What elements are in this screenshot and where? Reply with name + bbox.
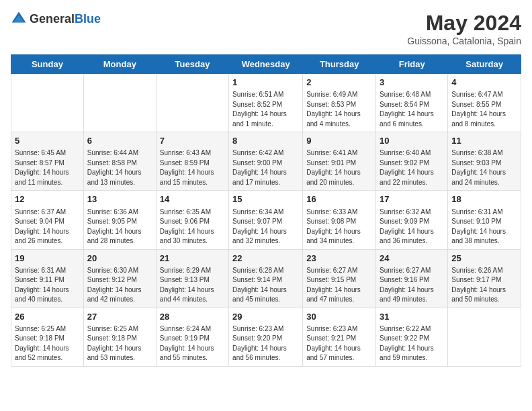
day-number: 5	[15, 135, 80, 147]
calendar-cell: 29Sunrise: 6:23 AM Sunset: 9:20 PM Dayli…	[229, 308, 303, 366]
day-number: 31	[380, 311, 444, 323]
day-number: 23	[306, 253, 372, 265]
day-number: 10	[380, 135, 444, 147]
day-number: 8	[232, 135, 299, 147]
day-info: Sunrise: 6:26 AM Sunset: 9:17 PM Dayligh…	[451, 266, 517, 305]
day-number: 18	[451, 193, 517, 205]
day-info: Sunrise: 6:32 AM Sunset: 9:09 PM Dayligh…	[380, 208, 444, 246]
day-info: Sunrise: 6:25 AM Sunset: 9:18 PM Dayligh…	[15, 324, 80, 363]
day-number: 9	[306, 135, 372, 147]
day-number: 1	[232, 77, 299, 89]
day-of-week-header: Wednesday	[229, 55, 303, 74]
day-info: Sunrise: 6:38 AM Sunset: 9:03 PM Dayligh…	[451, 148, 517, 187]
day-number: 17	[380, 193, 444, 205]
day-info: Sunrise: 6:42 AM Sunset: 9:00 PM Dayligh…	[232, 148, 299, 187]
day-number: 6	[87, 135, 152, 147]
logo-text-blue: Blue	[75, 12, 101, 26]
day-info: Sunrise: 6:33 AM Sunset: 9:08 PM Dayligh…	[306, 208, 372, 246]
calendar-cell: 19Sunrise: 6:31 AM Sunset: 9:11 PM Dayli…	[11, 249, 84, 308]
calendar-cell: 28Sunrise: 6:24 AM Sunset: 9:19 PM Dayli…	[156, 308, 228, 366]
day-number: 28	[160, 311, 225, 323]
calendar-table: SundayMondayTuesdayWednesdayThursdayFrid…	[11, 54, 521, 367]
day-info: Sunrise: 6:49 AM Sunset: 8:53 PM Dayligh…	[306, 90, 372, 129]
title-block: May 2024 Guissona, Catalonia, Spain	[407, 11, 521, 46]
logo-icon	[11, 11, 27, 27]
day-number: 29	[232, 311, 299, 323]
day-info: Sunrise: 6:23 AM Sunset: 9:21 PM Dayligh…	[306, 324, 372, 363]
page-header: GeneralBlue May 2024 Guissona, Catalonia…	[11, 11, 521, 46]
day-number: 7	[160, 135, 225, 147]
day-number: 20	[87, 253, 152, 265]
day-number: 14	[160, 193, 225, 205]
day-of-week-header: Thursday	[303, 55, 376, 74]
calendar-cell: 13Sunrise: 6:36 AM Sunset: 9:05 PM Dayli…	[83, 191, 156, 249]
day-number: 4	[451, 77, 517, 89]
calendar-cell: 23Sunrise: 6:27 AM Sunset: 9:15 PM Dayli…	[303, 249, 376, 308]
calendar-cell: 14Sunrise: 6:35 AM Sunset: 9:06 PM Dayli…	[156, 191, 228, 249]
day-info: Sunrise: 6:47 AM Sunset: 8:55 PM Dayligh…	[451, 90, 517, 129]
location-subtitle: Guissona, Catalonia, Spain	[407, 36, 521, 46]
day-number: 27	[87, 311, 152, 323]
calendar-week-row: 12Sunrise: 6:37 AM Sunset: 9:04 PM Dayli…	[11, 191, 521, 249]
calendar-cell	[11, 74, 84, 132]
calendar-cell: 22Sunrise: 6:28 AM Sunset: 9:14 PM Dayli…	[229, 249, 303, 308]
day-info: Sunrise: 6:25 AM Sunset: 9:18 PM Dayligh…	[87, 324, 152, 363]
day-info: Sunrise: 6:35 AM Sunset: 9:06 PM Dayligh…	[160, 208, 225, 246]
day-info: Sunrise: 6:36 AM Sunset: 9:05 PM Dayligh…	[87, 208, 152, 246]
calendar-cell: 6Sunrise: 6:44 AM Sunset: 8:58 PM Daylig…	[83, 132, 156, 191]
calendar-cell: 4Sunrise: 6:47 AM Sunset: 8:55 PM Daylig…	[448, 74, 521, 132]
calendar-header-row: SundayMondayTuesdayWednesdayThursdayFrid…	[11, 55, 521, 74]
calendar-cell: 27Sunrise: 6:25 AM Sunset: 9:18 PM Dayli…	[83, 308, 156, 366]
day-of-week-header: Sunday	[11, 55, 84, 74]
logo: GeneralBlue	[11, 11, 101, 27]
day-number: 25	[451, 253, 517, 265]
calendar-cell: 11Sunrise: 6:38 AM Sunset: 9:03 PM Dayli…	[448, 132, 521, 191]
day-info: Sunrise: 6:34 AM Sunset: 9:07 PM Dayligh…	[232, 208, 299, 246]
day-info: Sunrise: 6:43 AM Sunset: 8:59 PM Dayligh…	[160, 148, 225, 187]
day-number: 11	[451, 135, 517, 147]
calendar-cell	[83, 74, 156, 132]
calendar-week-row: 26Sunrise: 6:25 AM Sunset: 9:18 PM Dayli…	[11, 308, 521, 366]
calendar-cell: 26Sunrise: 6:25 AM Sunset: 9:18 PM Dayli…	[11, 308, 84, 366]
calendar-cell: 16Sunrise: 6:33 AM Sunset: 9:08 PM Dayli…	[303, 191, 376, 249]
day-of-week-header: Tuesday	[156, 55, 228, 74]
calendar-week-row: 1Sunrise: 6:51 AM Sunset: 8:52 PM Daylig…	[11, 74, 521, 132]
calendar-cell: 15Sunrise: 6:34 AM Sunset: 9:07 PM Dayli…	[229, 191, 303, 249]
calendar-week-row: 19Sunrise: 6:31 AM Sunset: 9:11 PM Dayli…	[11, 249, 521, 308]
day-number: 13	[87, 193, 152, 205]
day-info: Sunrise: 6:31 AM Sunset: 9:10 PM Dayligh…	[451, 208, 517, 246]
calendar-cell: 31Sunrise: 6:22 AM Sunset: 9:22 PM Dayli…	[376, 308, 448, 366]
calendar-cell: 25Sunrise: 6:26 AM Sunset: 9:17 PM Dayli…	[448, 249, 521, 308]
day-number: 15	[232, 193, 299, 205]
day-info: Sunrise: 6:24 AM Sunset: 9:19 PM Dayligh…	[160, 324, 225, 363]
day-info: Sunrise: 6:40 AM Sunset: 9:02 PM Dayligh…	[380, 148, 444, 187]
day-info: Sunrise: 6:27 AM Sunset: 9:16 PM Dayligh…	[380, 266, 444, 305]
day-info: Sunrise: 6:27 AM Sunset: 9:15 PM Dayligh…	[306, 266, 372, 305]
calendar-cell: 5Sunrise: 6:45 AM Sunset: 8:57 PM Daylig…	[11, 132, 84, 191]
calendar-cell: 1Sunrise: 6:51 AM Sunset: 8:52 PM Daylig…	[229, 74, 303, 132]
day-of-week-header: Monday	[83, 55, 156, 74]
day-number: 24	[380, 253, 444, 265]
day-number: 26	[15, 311, 80, 323]
day-info: Sunrise: 6:41 AM Sunset: 9:01 PM Dayligh…	[306, 148, 372, 187]
day-info: Sunrise: 6:29 AM Sunset: 9:13 PM Dayligh…	[160, 266, 225, 305]
calendar-cell: 21Sunrise: 6:29 AM Sunset: 9:13 PM Dayli…	[156, 249, 228, 308]
day-info: Sunrise: 6:31 AM Sunset: 9:11 PM Dayligh…	[15, 266, 80, 305]
calendar-cell: 12Sunrise: 6:37 AM Sunset: 9:04 PM Dayli…	[11, 191, 84, 249]
day-info: Sunrise: 6:51 AM Sunset: 8:52 PM Dayligh…	[232, 90, 299, 129]
day-info: Sunrise: 6:45 AM Sunset: 8:57 PM Dayligh…	[15, 148, 80, 187]
day-number: 19	[15, 253, 80, 265]
day-number: 3	[380, 77, 444, 89]
day-info: Sunrise: 6:37 AM Sunset: 9:04 PM Dayligh…	[15, 208, 80, 246]
day-info: Sunrise: 6:44 AM Sunset: 8:58 PM Dayligh…	[87, 148, 152, 187]
day-of-week-header: Saturday	[448, 55, 521, 74]
day-of-week-header: Friday	[376, 55, 448, 74]
calendar-cell	[156, 74, 228, 132]
day-number: 2	[306, 77, 372, 89]
calendar-cell: 2Sunrise: 6:49 AM Sunset: 8:53 PM Daylig…	[303, 74, 376, 132]
calendar-cell	[448, 308, 521, 366]
day-info: Sunrise: 6:22 AM Sunset: 9:22 PM Dayligh…	[380, 324, 444, 363]
logo-text-general: General	[30, 12, 75, 26]
calendar-cell: 9Sunrise: 6:41 AM Sunset: 9:01 PM Daylig…	[303, 132, 376, 191]
day-number: 16	[306, 193, 372, 205]
